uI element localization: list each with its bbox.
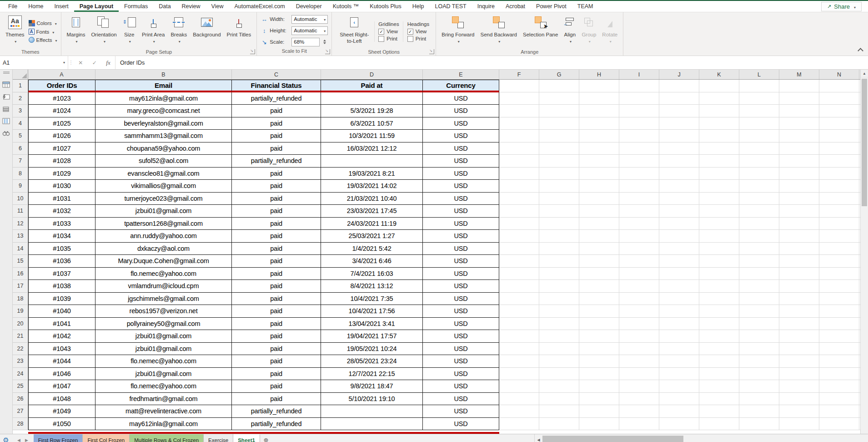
cell-financial-status[interactable]: paid: [232, 318, 321, 330]
cell-currency[interactable]: USD: [423, 343, 499, 356]
formula-input[interactable]: Order IDs: [115, 56, 868, 69]
cell-email[interactable]: jzbui01@gmail.com: [95, 343, 232, 356]
cell-financial-status[interactable]: paid: [232, 130, 321, 142]
cell-financial-status[interactable]: paid: [232, 117, 321, 130]
headings-print-checkbox[interactable]: Print: [407, 36, 430, 42]
column-header-C[interactable]: C: [232, 70, 321, 79]
row-number[interactable]: 23: [13, 355, 28, 368]
cell-currency[interactable]: USD: [423, 92, 499, 105]
cell-currency[interactable]: USD: [423, 105, 499, 117]
cell-paid-at[interactable]: [321, 418, 423, 431]
name-box-dropdown-icon[interactable]: ▾: [63, 61, 65, 65]
cell-email[interactable]: Mary.Duque.Cohen@gmail.com: [95, 255, 232, 268]
cell-paid-at[interactable]: 16/03/2021 12:12: [321, 142, 423, 155]
cell-paid-at[interactable]: 19/05/2021 10:24: [321, 343, 423, 356]
cell-financial-status[interactable]: paid: [232, 268, 321, 280]
cell-financial-status[interactable]: paid: [232, 355, 321, 368]
cell-currency[interactable]: USD: [423, 280, 499, 293]
sheet-options-dialog-launcher[interactable]: ↘: [429, 49, 434, 54]
cell-financial-status[interactable]: partially_refunded: [232, 155, 321, 168]
insert-function-icon[interactable]: fx: [106, 59, 110, 66]
cell-paid-at[interactable]: 7/4/2021 16:03: [321, 268, 423, 280]
cell-financial-status[interactable]: partially_refunded: [232, 405, 321, 418]
column-header-D[interactable]: D: [321, 70, 423, 79]
cell-order-id[interactable]: #1023: [28, 92, 95, 105]
header-cell-email[interactable]: Email: [95, 80, 232, 92]
cell-order-id[interactable]: #1043: [28, 343, 95, 356]
sheet-tab-sheet1[interactable]: Sheet1: [233, 434, 260, 442]
menu-tab-inquire[interactable]: Inquire: [472, 1, 500, 12]
collapse-ribbon-button[interactable]: [858, 48, 863, 54]
menu-tab-kutools-plus[interactable]: Kutools Plus: [364, 1, 406, 12]
empty-grid-cells[interactable]: [499, 155, 860, 168]
row-number[interactable]: 27: [13, 405, 28, 418]
cell-order-id[interactable]: #1041: [28, 318, 95, 330]
cell-paid-at[interactable]: 5/10/2021 19:10: [321, 393, 423, 406]
cell-order-id[interactable]: #1050: [28, 418, 95, 431]
row-number[interactable]: 9: [13, 180, 28, 193]
cell-email[interactable]: tpatterson1268@gmail.com: [95, 218, 232, 230]
cell-order-id[interactable]: #1024: [28, 105, 95, 117]
pane-grip-icon[interactable]: [3, 71, 10, 74]
horizontal-scrollbar[interactable]: ◀: [534, 434, 868, 442]
cell-order-id[interactable]: #1027: [28, 142, 95, 155]
colors-button[interactable]: Colors: [28, 20, 58, 27]
cell-paid-at[interactable]: 10/4/2021 17:56: [321, 305, 423, 318]
cell-currency[interactable]: USD: [423, 218, 499, 230]
empty-grid-cells[interactable]: [499, 418, 860, 431]
menu-tab-developer[interactable]: Developer: [291, 1, 327, 12]
empty-grid-cells[interactable]: [499, 205, 860, 218]
bring-forward-button[interactable]: Bring Forward: [439, 14, 477, 49]
menu-tab-team[interactable]: TEAM: [572, 1, 599, 12]
row-number[interactable]: 16: [13, 268, 28, 280]
scroll-left-arrow-icon[interactable]: ◀: [535, 434, 542, 442]
cell-order-id[interactable]: #1026: [28, 130, 95, 142]
row-number[interactable]: 4: [13, 117, 28, 130]
rotate-button[interactable]: Rotate: [599, 14, 620, 49]
empty-grid-cells[interactable]: [499, 92, 860, 105]
row-number[interactable]: 6: [13, 142, 28, 155]
cell-email[interactable]: matt@revelinteractive.com: [95, 405, 232, 418]
column-header-N[interactable]: N: [819, 70, 859, 79]
share-button[interactable]: ↗ Share: [821, 2, 862, 11]
margins-button[interactable]: Margins: [64, 14, 88, 49]
empty-grid-cells[interactable]: [499, 130, 860, 142]
cell-paid-at[interactable]: [321, 155, 423, 168]
cell-order-id[interactable]: #1025: [28, 117, 95, 130]
cell-order-id[interactable]: #1037: [28, 268, 95, 280]
menu-tab-page-layout[interactable]: Page Layout: [74, 1, 119, 12]
row-number[interactable]: 28: [13, 418, 28, 431]
row-number[interactable]: 15: [13, 255, 28, 268]
page-setup-dialog-launcher[interactable]: ↘: [250, 49, 255, 54]
cell-paid-at[interactable]: 25/03/2021 1:27: [321, 230, 423, 243]
sheet-tab-first-col-frozen[interactable]: First Col Frozen: [83, 434, 130, 442]
menu-tab-insert[interactable]: Insert: [49, 1, 74, 12]
cell-financial-status[interactable]: paid: [232, 293, 321, 305]
cell-email[interactable]: mary.greco@comcast.net: [95, 105, 232, 117]
menu-tab-home[interactable]: Home: [23, 1, 49, 12]
empty-grid-cells[interactable]: [499, 105, 860, 117]
cell-financial-status[interactable]: paid: [232, 343, 321, 356]
cell-financial-status[interactable]: paid: [232, 218, 321, 230]
width-select[interactable]: Automatic: [291, 15, 328, 24]
cell-order-id[interactable]: #1049: [28, 405, 95, 418]
cell-financial-status[interactable]: paid: [232, 105, 321, 117]
empty-grid-cells[interactable]: [499, 405, 860, 418]
column-header-J[interactable]: J: [659, 70, 699, 79]
cell-currency[interactable]: USD: [423, 380, 499, 393]
cell-email[interactable]: turnerjoyce023@gmail.com: [95, 193, 232, 205]
cell-order-id[interactable]: #1031: [28, 193, 95, 205]
column-header-K[interactable]: K: [699, 70, 739, 79]
empty-grid-cells[interactable]: [499, 380, 860, 393]
cell-currency[interactable]: USD: [423, 393, 499, 406]
row-number[interactable]: 8: [13, 168, 28, 180]
empty-grid-cells[interactable]: [499, 268, 860, 280]
scroll-up-arrow-icon[interactable]: ▲: [861, 70, 868, 77]
empty-grid-cells[interactable]: [499, 255, 860, 268]
row-number[interactable]: 22: [13, 343, 28, 356]
empty-grid-cells[interactable]: [499, 330, 860, 343]
cell-paid-at[interactable]: 10/4/2021 7:35: [321, 293, 423, 305]
sheet-right-to-left-button[interactable]: ‹ Sheet Right-to-Left: [335, 14, 374, 49]
menu-tab-file[interactable]: File: [3, 1, 23, 12]
cell-currency[interactable]: USD: [423, 293, 499, 305]
